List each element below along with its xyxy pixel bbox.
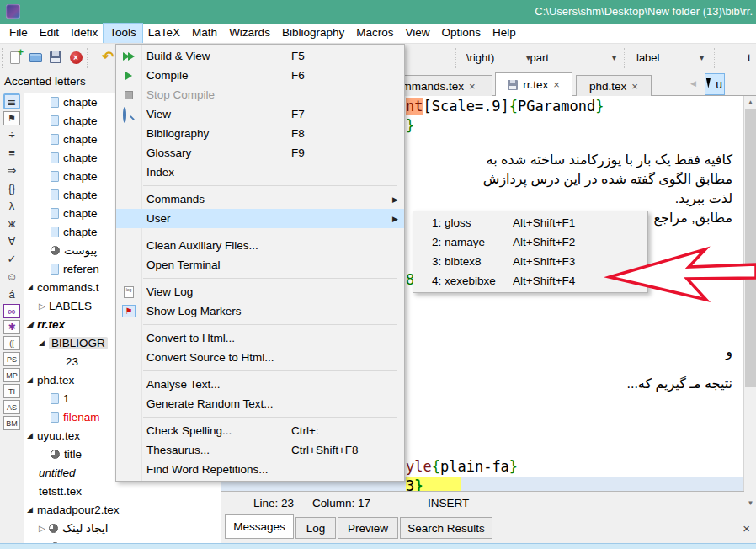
tikz-icon[interactable]: TI [3, 384, 20, 398]
divide-icon[interactable]: ÷ [3, 127, 20, 143]
expanded-icon[interactable]: ◢ [27, 376, 37, 384]
greek-icon[interactable]: λ [3, 198, 20, 214]
menu-item-compile[interactable]: Compile F6 [116, 66, 404, 85]
tab-search-results[interactable]: Search Results [400, 517, 492, 539]
tree-item-create-link[interactable]: ▷ايجاد لينک [24, 519, 221, 537]
menu-item-user[interactable]: User ▶ [116, 209, 404, 228]
menu-idefix[interactable]: Idefix [65, 24, 104, 43]
tree-item-madadpour2-tex[interactable]: ◢madadpour2.tex [24, 500, 221, 519]
brace: } [595, 98, 604, 115]
menu-wizards[interactable]: Wizards [223, 24, 276, 43]
scroll-down-icon[interactable]: ▼ [744, 499, 756, 507]
structure-icon[interactable]: ≣ [3, 93, 20, 109]
menu-item-glossary[interactable]: Glossary F9 [116, 143, 404, 163]
menu-item-thesaurus[interactable]: Thesaurus... Ctrl+Shift+F8 [116, 440, 404, 460]
menu-label: 2: namaye [413, 236, 513, 248]
close-icon[interactable]: × [469, 80, 476, 93]
close-file-button[interactable]: × [67, 49, 84, 66]
tab-phd-tex[interactable]: phd.tex × [576, 75, 652, 96]
menu-item-view[interactable]: View F7 [116, 104, 404, 124]
expanded-icon[interactable]: ◢ [27, 431, 37, 440]
menu-separator [143, 324, 397, 325]
new-file-icon: + [10, 51, 20, 64]
menu-item-bibliography[interactable]: Bibliography F8 [116, 124, 404, 143]
tree-item-tetstt-tex[interactable]: tetstt.tex [24, 482, 221, 500]
delimiters-icon[interactable]: {} [3, 180, 20, 196]
menu-item-find-word-repetitions[interactable]: Find Word Repetitions... [116, 460, 404, 479]
app-icon [6, 4, 20, 19]
menu-item-view-log[interactable]: log View Log [116, 282, 404, 301]
expanded-icon[interactable]: ◢ [27, 283, 37, 291]
menu-item-index[interactable]: Index [116, 163, 404, 182]
menu-item-show-log-markers[interactable]: ⚑ Show Log Markers [116, 301, 404, 321]
save-button[interactable] [47, 49, 64, 66]
logic-icon[interactable]: ∀ [3, 233, 20, 249]
menu-item-analyse-text[interactable]: Analyse Text... [116, 375, 404, 394]
collapsed-icon[interactable]: ▷ [39, 524, 49, 533]
expanded-icon[interactable]: ◢ [39, 338, 49, 347]
menu-help[interactable]: Help [487, 24, 522, 43]
cut-combo[interactable]: t [741, 48, 756, 67]
status-column: Column: 17 [312, 497, 370, 509]
infinity-icon[interactable]: ∞ [3, 304, 20, 318]
tab-label: phd.tex [589, 80, 626, 93]
panel-close-icon[interactable]: × [743, 521, 750, 536]
beamer-icon[interactable]: BM [3, 416, 20, 430]
menu-item-commands[interactable]: Commands ▶ [116, 189, 404, 209]
undo-button[interactable]: ↶ [99, 49, 116, 66]
menu-bibliography[interactable]: Bibliography [276, 24, 350, 43]
menu-view[interactable]: View [399, 24, 435, 43]
new-file-button[interactable]: + [7, 49, 24, 66]
toolbar-separator [624, 48, 625, 68]
asterisk-icon[interactable]: ✱ [3, 320, 20, 334]
toolbar-grip[interactable] [2, 48, 4, 68]
bookmarks-icon[interactable]: ⚑ [3, 111, 20, 125]
menu-math[interactable]: Math [186, 24, 223, 43]
menu-options[interactable]: Options [435, 24, 487, 43]
accents-icon[interactable]: á [3, 286, 20, 302]
expanded-icon[interactable]: ◢ [27, 505, 37, 514]
tab-rr-tex[interactable]: rr.tex × [495, 72, 572, 96]
brackets-icon[interactable]: ([ [3, 336, 20, 350]
menu-item-generate-random-text[interactable]: Generate Random Text... [116, 394, 404, 413]
expanded-icon[interactable]: ◢ [27, 320, 37, 328]
menu-file[interactable]: File [3, 24, 34, 43]
menu-edit[interactable]: Edit [34, 24, 65, 43]
tab-log[interactable]: Log [295, 517, 336, 539]
pstricks-icon[interactable]: PS [3, 352, 20, 366]
scroll-up-icon[interactable]: ▲ [744, 99, 756, 106]
arrows-icon[interactable]: ⇒ [3, 163, 20, 179]
code-line-font: nt[Scale=.9]{PGaramond} [406, 98, 604, 115]
smiley-icon[interactable]: ☺ [3, 269, 20, 285]
metapost-icon[interactable]: MP [3, 368, 20, 382]
cyrillic-icon[interactable]: ж [3, 216, 20, 232]
menu-latex[interactable]: LaTeX [142, 24, 186, 43]
menu-item-convert-to-html[interactable]: Convert to Html... [116, 328, 404, 348]
menu-tools[interactable]: Tools [104, 24, 142, 43]
menu-item-build-view[interactable]: Build & View F5 [116, 46, 404, 66]
menu-item-check-spelling[interactable]: Check Spelling... Ctrl+: [116, 421, 404, 440]
submenu-item-gloss[interactable]: 1: gloss Alt+Shift+F1 [413, 213, 647, 232]
menu-macros[interactable]: Macros [350, 24, 399, 43]
menu-item-convert-source-to-html[interactable]: Convert Source to Html... [116, 348, 404, 367]
label-combo[interactable]: label ▾ [630, 48, 707, 67]
check-icon[interactable]: ✓ [3, 251, 20, 267]
menu-item-open-terminal[interactable]: Open Terminal [116, 255, 404, 274]
tree-item-partial[interactable] [24, 537, 221, 543]
tab-messages[interactable]: Messages [225, 514, 294, 539]
open-file-button[interactable] [27, 49, 44, 66]
menu-label: Show Log Markers [141, 305, 291, 317]
close-icon[interactable]: × [631, 80, 638, 93]
asymptote-icon[interactable]: AS [3, 400, 20, 414]
tab-overflow-fragment[interactable]: u [705, 73, 725, 95]
menu-item-clean-auxiliary[interactable]: Clean Auxiliary Files... [116, 236, 404, 255]
relations-icon[interactable]: ≡ [3, 145, 20, 161]
collapsed-icon[interactable]: ▷ [39, 301, 49, 311]
close-icon[interactable]: × [553, 78, 560, 91]
file-icon [51, 134, 59, 145]
sectioning-combo[interactable]: part ▾ [493, 48, 620, 67]
titlebar[interactable]: C:\Users\shm\Desktop\New folder (13)\bib… [0, 0, 756, 24]
tab-preview[interactable]: Preview [338, 517, 398, 539]
menu-label: Convert Source to Html... [141, 351, 291, 364]
tab-scroll-left-icon[interactable]: ◀ [690, 79, 696, 88]
